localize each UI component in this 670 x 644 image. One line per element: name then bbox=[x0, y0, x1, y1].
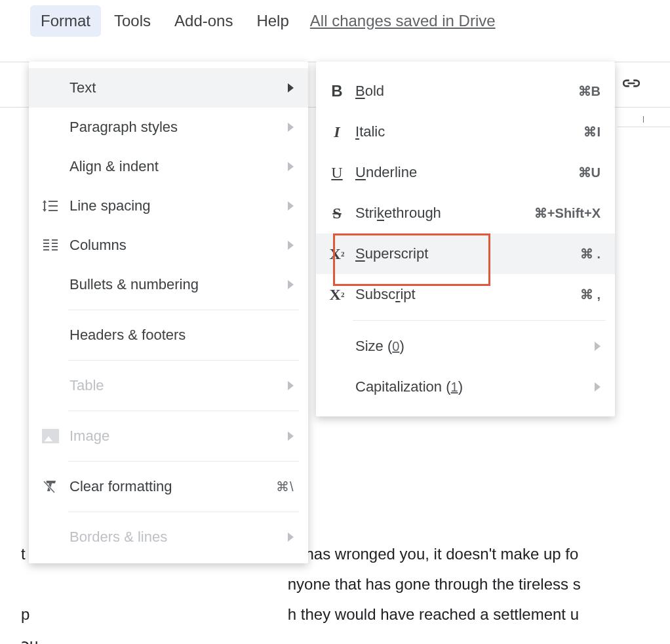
submenu-arrow-icon bbox=[288, 123, 294, 132]
submenu-arrow-icon bbox=[288, 280, 294, 289]
menu-format[interactable]: Format bbox=[30, 5, 101, 37]
menu-separator bbox=[353, 320, 606, 321]
ruler: | bbox=[618, 108, 670, 127]
menubar: Format Tools Add-ons Help All changes sa… bbox=[0, 0, 670, 43]
menu-separator bbox=[68, 512, 299, 512]
submenu-arrow-icon bbox=[288, 201, 294, 211]
menu-item-label: Columns bbox=[62, 237, 281, 254]
submenu-item-bold[interactable]: B Bold ⌘B bbox=[316, 71, 615, 111]
submenu-label: Subscript bbox=[347, 286, 580, 303]
submenu-shortcut: ⌘I bbox=[583, 124, 601, 140]
menu-item-label: Headers & footers bbox=[62, 327, 294, 344]
menu-item-align-indent[interactable]: Align & indent bbox=[29, 147, 308, 186]
submenu-item-strikethrough[interactable]: S Strikethrough ⌘+Shift+X bbox=[316, 193, 615, 233]
menu-tools[interactable]: Tools bbox=[104, 5, 161, 37]
submenu-arrow-icon bbox=[288, 432, 294, 441]
submenu-arrow-icon bbox=[288, 162, 294, 171]
image-icon bbox=[39, 429, 62, 443]
submenu-label: Strikethrough bbox=[347, 205, 534, 222]
menu-item-label: Clear formatting bbox=[62, 478, 276, 495]
underline-icon: U bbox=[326, 164, 347, 182]
submenu-item-superscript[interactable]: X2 Superscript ⌘ . bbox=[316, 233, 615, 274]
bold-icon: B bbox=[326, 82, 347, 100]
subscript-icon: X2 bbox=[326, 286, 347, 304]
submenu-label: Underline bbox=[347, 164, 578, 181]
menu-item-text[interactable]: Text bbox=[29, 68, 308, 108]
submenu-shortcut: ⌘ . bbox=[580, 246, 601, 262]
submenu-item-italic[interactable]: I Italic ⌘I bbox=[316, 111, 615, 152]
menu-item-label: Borders & lines bbox=[62, 529, 281, 546]
superscript-icon: X2 bbox=[326, 245, 347, 263]
strikethrough-icon: S bbox=[326, 205, 347, 222]
submenu-label: Italic bbox=[347, 123, 583, 140]
columns-icon bbox=[39, 239, 62, 252]
text-submenu: B Bold ⌘B I Italic ⌘I U Underline ⌘U S S… bbox=[316, 62, 615, 416]
submenu-arrow-icon bbox=[595, 342, 601, 351]
submenu-shortcut: ⌘ , bbox=[580, 287, 601, 302]
submenu-arrow-icon bbox=[288, 533, 294, 542]
menu-help[interactable]: Help bbox=[246, 5, 299, 37]
menu-item-label: Align & indent bbox=[62, 158, 281, 175]
submenu-item-capitalization[interactable]: Capitalization (1) bbox=[316, 367, 615, 407]
submenu-shortcut: ⌘+Shift+X bbox=[534, 205, 601, 221]
menu-item-label: Line spacing bbox=[62, 197, 281, 214]
menu-item-headers-footers[interactable]: Headers & footers bbox=[29, 315, 308, 355]
menu-separator bbox=[68, 360, 299, 361]
submenu-label: Size (0) bbox=[347, 338, 588, 355]
menu-item-label: Bullets & numbering bbox=[62, 276, 281, 293]
submenu-arrow-icon bbox=[288, 381, 294, 390]
italic-icon: I bbox=[326, 123, 347, 141]
menu-item-clear-formatting[interactable]: Clear formatting ⌘\ bbox=[29, 467, 308, 506]
submenu-item-underline[interactable]: U Underline ⌘U bbox=[316, 152, 615, 193]
menu-item-bullets-numbering[interactable]: Bullets & numbering bbox=[29, 265, 308, 304]
submenu-label: Superscript bbox=[347, 245, 580, 262]
submenu-arrow-icon bbox=[288, 241, 294, 250]
submenu-arrow-icon bbox=[595, 382, 601, 392]
menu-item-paragraph-styles[interactable]: Paragraph styles bbox=[29, 108, 308, 147]
menu-addons[interactable]: Add-ons bbox=[164, 5, 243, 37]
submenu-label: Bold bbox=[347, 83, 578, 100]
menu-item-borders-lines: Borders & lines bbox=[29, 517, 308, 557]
menu-separator bbox=[68, 461, 299, 462]
line-spacing-icon bbox=[39, 199, 62, 213]
insert-link-icon[interactable] bbox=[623, 77, 640, 89]
menu-separator bbox=[68, 411, 299, 411]
submenu-item-size[interactable]: Size (0) bbox=[316, 326, 615, 367]
submenu-shortcut: ⌘B bbox=[578, 83, 601, 99]
clear-formatting-icon bbox=[39, 479, 62, 494]
menu-item-image: Image bbox=[29, 416, 308, 456]
menu-item-columns[interactable]: Columns bbox=[29, 226, 308, 265]
submenu-label: Capitalization (1) bbox=[347, 378, 588, 395]
submenu-shortcut: ⌘U bbox=[578, 165, 601, 180]
format-dropdown: Text Paragraph styles Align & indent Lin… bbox=[29, 62, 308, 563]
menu-item-label: Image bbox=[62, 428, 281, 445]
menu-separator bbox=[68, 310, 299, 310]
submenu-item-subscript[interactable]: X2 Subscript ⌘ , bbox=[316, 274, 615, 315]
menu-item-label: Text bbox=[62, 79, 281, 96]
menu-item-line-spacing[interactable]: Line spacing bbox=[29, 186, 308, 226]
save-status[interactable]: All changes saved in Drive bbox=[310, 12, 496, 30]
menu-shortcut: ⌘\ bbox=[276, 479, 294, 494]
menu-item-table: Table bbox=[29, 366, 308, 405]
menu-item-label: Paragraph styles bbox=[62, 119, 281, 136]
submenu-arrow-icon bbox=[288, 83, 294, 92]
menu-item-label: Table bbox=[62, 377, 281, 394]
